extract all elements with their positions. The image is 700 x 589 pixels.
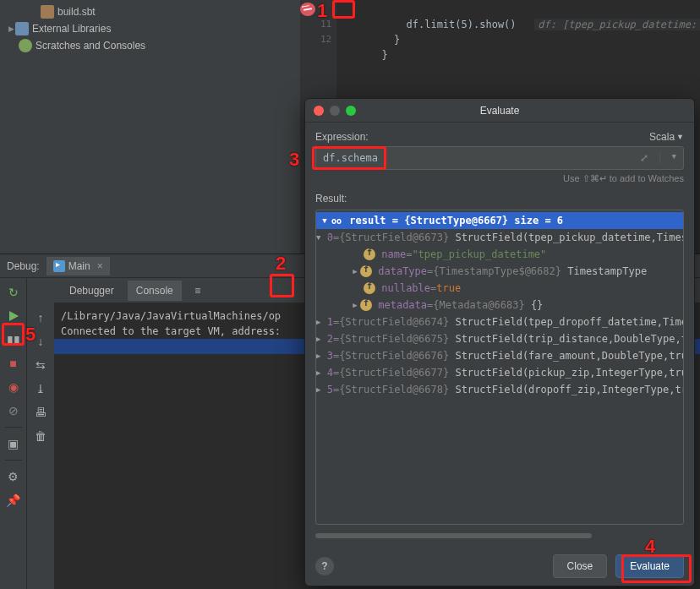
chevron-right-icon: ▶ [350, 301, 360, 309]
dialog-titlebar[interactable]: Evaluate [305, 99, 694, 123]
tree-item-label: External Libraries [32, 23, 111, 35]
inlay-hint: df: [tpep_pickup_datetime: [534, 19, 700, 30]
stop-icon[interactable]: ■ [4, 354, 23, 373]
chevron-down-icon: ▼ [676, 133, 684, 141]
result-field[interactable]: ▶ metadata = {Metadata@6683} {} [316, 297, 683, 314]
result-root[interactable]: ▼ oo result = {StructType@6667} size = 6 [316, 212, 683, 229]
object-icon: oo [330, 216, 343, 226]
breakpoint-icon[interactable] [300, 3, 315, 16]
rerun-icon[interactable]: ↻ [4, 283, 23, 302]
result-field[interactable]: name = "tpep_pickup_datetime" [316, 246, 683, 263]
dialog-title: Evaluate [305, 105, 694, 117]
close-button[interactable]: Close [553, 554, 608, 578]
chevron-down-icon: ▼ [320, 216, 330, 225]
pause-icon[interactable]: ▮▮ [4, 330, 23, 349]
tree-item-scratches[interactable]: Scratches and Consoles [0, 37, 300, 54]
library-icon [15, 22, 29, 35]
result-child[interactable]: ▶ 2 = {StructField@6675} StructField(tri… [316, 330, 683, 347]
debug-left-rail-2: ↑ ↓ ⇆ ⤓ 🖶 🗑 [27, 278, 54, 589]
up-arrow-icon[interactable]: ↑ [31, 308, 50, 327]
resume-button[interactable] [4, 307, 23, 325]
debug-title: Debug: [7, 260, 40, 272]
debug-run-tab-label: Main [68, 260, 90, 272]
chevron-right-icon: ▶ [350, 267, 360, 275]
close-icon[interactable]: × [97, 260, 103, 272]
svg-marker-0 [9, 311, 19, 321]
result-label: Result: [315, 193, 684, 205]
prop-icon [360, 299, 372, 311]
horizontal-scrollbar[interactable] [315, 532, 684, 540]
project-tree: build.sbt ▶ External Libraries Scratches… [0, 0, 300, 254]
debug-left-rail: ↻ ▮▮ ■ ◉ ⊘ ▣ ⚙ 📌 [0, 278, 27, 589]
result-child[interactable]: ▶ 5 = {StructField@6678} StructField(dro… [316, 381, 683, 398]
run-config-icon [53, 260, 65, 272]
result-child[interactable]: ▶ 1 = {StructField@6674} StructField(tpe… [316, 314, 683, 330]
view-breakpoints-icon[interactable]: ◉ [4, 378, 23, 396]
down-arrow-icon[interactable]: ↓ [31, 332, 50, 351]
watch-hint: Use ⇧⌘↵ to add to Watches [315, 173, 684, 184]
result-child[interactable]: ▼ 0 = {StructField@6673} StructField(tpe… [316, 229, 683, 246]
result-field[interactable]: ▶ dataType = {TimestampType$@6682} Times… [316, 263, 683, 280]
debug-run-tab[interactable]: Main × [46, 257, 110, 275]
help-button[interactable]: ? [315, 557, 334, 575]
result-child[interactable]: ▶ 4 = {StructField@6677} StructField(pic… [316, 364, 683, 381]
expression-value: df.schema [323, 152, 378, 164]
expression-input[interactable]: df.schema ⤢ | ▼ [315, 146, 684, 170]
result-child[interactable]: ▶ 3 = {StructField@6676} StructField(far… [316, 347, 683, 364]
threads-list-icon[interactable]: ≡ [187, 280, 209, 302]
pin-icon[interactable]: 📌 [4, 491, 23, 510]
tab-console[interactable]: Console [128, 281, 182, 301]
history-dropdown-icon[interactable]: ▼ [672, 152, 676, 164]
mute-breakpoints-icon[interactable]: ⊘ [4, 401, 23, 420]
line-number [320, 2, 336, 17]
language-selector[interactable]: Scala▼ [649, 131, 684, 143]
evaluate-dialog: Evaluate Expression: Scala▼ df.schema ⤢ … [304, 98, 695, 586]
prop-icon [360, 265, 372, 277]
line-number: 12 [320, 32, 336, 47]
line-number: 11 [320, 17, 336, 32]
tree-item-label: Scratches and Consoles [36, 40, 145, 52]
result-tree[interactable]: ▼ oo result = {StructType@6667} size = 6… [315, 210, 684, 525]
scrollbar-thumb[interactable] [315, 533, 592, 538]
tree-item-build-sbt[interactable]: build.sbt [0, 3, 300, 20]
print-icon[interactable]: 🖶 [31, 403, 50, 422]
camera-icon[interactable]: ▣ [4, 434, 23, 453]
prop-icon [364, 282, 375, 294]
trash-icon[interactable]: 🗑 [31, 427, 50, 445]
scroll-to-end-icon[interactable]: ⤓ [31, 379, 50, 398]
tree-item-label: build.sbt [57, 6, 96, 18]
wrap-icon[interactable]: ⇆ [31, 356, 50, 374]
editor-line: df.limit(5).show() df: [tpep_pickup_date… [336, 2, 700, 17]
prop-icon [364, 248, 375, 260]
result-field[interactable]: nullable = true [316, 280, 683, 297]
settings-icon[interactable]: ⚙ [4, 467, 23, 486]
chevron-right-icon: ▶ [7, 25, 15, 33]
expand-icon[interactable]: ⤢ [640, 152, 648, 164]
tab-debugger[interactable]: Debugger [61, 281, 123, 301]
evaluate-button[interactable]: Evaluate [615, 554, 684, 578]
scratch-icon [19, 39, 32, 52]
dialog-footer: ? Close Evaluate [305, 547, 694, 586]
tree-item-external-libraries[interactable]: ▶ External Libraries [0, 20, 300, 37]
result-root-label: result = {StructType@6667} size = 6 [349, 215, 563, 226]
expression-label: Expression: [315, 131, 369, 143]
sbt-file-icon [41, 5, 54, 19]
